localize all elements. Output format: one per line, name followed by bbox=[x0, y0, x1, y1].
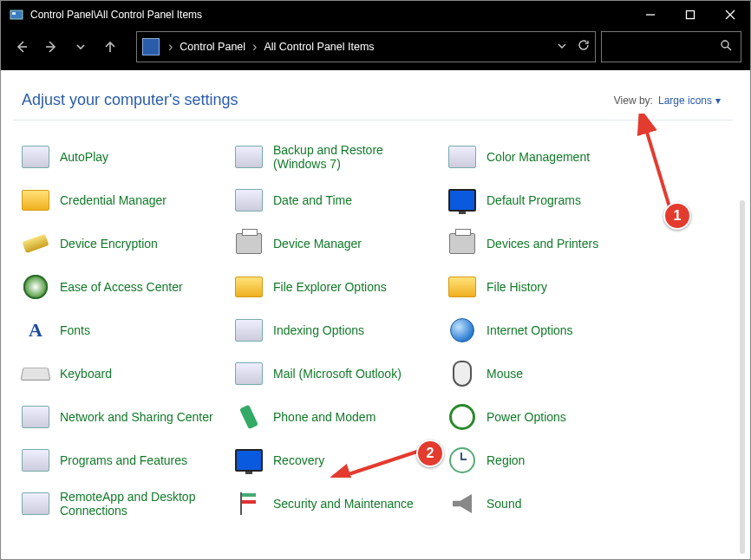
cpl-item-file-history[interactable]: File History bbox=[448, 273, 662, 301]
cpl-item-date-and-time[interactable]: Date and Time bbox=[235, 186, 448, 214]
cpl-item-ease-of-access-center[interactable]: Ease of Access Center bbox=[22, 273, 235, 301]
cpl-item-mouse[interactable]: Mouse bbox=[448, 360, 662, 387]
cpl-item-programs-and-features[interactable]: Programs and Features bbox=[22, 446, 235, 474]
cpl-item-internet-options[interactable]: Internet Options bbox=[448, 316, 662, 344]
cpl-item-file-explorer-options[interactable]: File Explorer Options bbox=[235, 273, 448, 301]
chevron-right-icon[interactable]: › bbox=[167, 39, 174, 55]
item-label: Ease of Access Center bbox=[60, 280, 183, 294]
cpl-item-color-management[interactable]: Color Management bbox=[448, 143, 662, 171]
fonts-icon: A bbox=[22, 316, 49, 344]
cpl-item-security-and-maintenance[interactable]: Security and Maintenance bbox=[235, 490, 448, 518]
cpl-item-recovery[interactable]: Recovery bbox=[235, 446, 448, 474]
indexing-options-icon bbox=[235, 316, 263, 344]
autoplay-icon bbox=[22, 143, 49, 171]
item-label: Internet Options bbox=[487, 323, 573, 337]
cpl-item-region[interactable]: Region bbox=[448, 446, 662, 474]
cpl-item-default-programs[interactable]: Default Programs bbox=[448, 186, 662, 214]
cpl-item-device-manager[interactable]: Device Manager bbox=[235, 230, 448, 257]
cpl-item-indexing-options[interactable]: Indexing Options bbox=[235, 316, 448, 344]
item-label: Device Manager bbox=[273, 237, 362, 251]
cpl-item-fonts[interactable]: AFonts bbox=[22, 316, 235, 344]
search-box[interactable] bbox=[601, 31, 741, 62]
content-area: Adjust your computer's settings View by:… bbox=[1, 70, 745, 559]
date-time-icon bbox=[235, 186, 263, 214]
item-label: File History bbox=[487, 280, 547, 294]
item-label: Security and Maintenance bbox=[273, 497, 414, 511]
ease-of-access-icon bbox=[22, 273, 49, 301]
item-label: Recovery bbox=[273, 453, 324, 467]
search-icon bbox=[720, 39, 732, 55]
cpl-item-remoteapp-and-desktop-connections[interactable]: RemoteApp and Desktop Connections bbox=[22, 490, 235, 518]
item-label: Fonts bbox=[60, 323, 90, 337]
item-label: Power Options bbox=[487, 410, 566, 424]
region-icon bbox=[448, 446, 476, 474]
address-dropdown-button[interactable] bbox=[557, 39, 567, 55]
titlebar: Control Panel\All Control Panel Items bbox=[1, 1, 750, 29]
cpl-item-mail-microsoft-outlook[interactable]: Mail (Microsoft Outlook) bbox=[235, 360, 448, 387]
item-label: Mouse bbox=[487, 367, 523, 381]
cpl-item-sound[interactable]: Sound bbox=[448, 490, 662, 518]
item-label: Device Encryption bbox=[60, 237, 158, 251]
page-title: Adjust your computer's settings bbox=[22, 91, 238, 109]
window-title: Control Panel\All Control Panel Items bbox=[30, 9, 202, 21]
cpl-item-network-and-sharing-center[interactable]: Network and Sharing Center bbox=[22, 403, 235, 431]
mouse-icon bbox=[448, 360, 476, 387]
file-explorer-options-icon bbox=[235, 273, 263, 301]
forward-button[interactable] bbox=[39, 32, 63, 62]
item-label: Date and Time bbox=[273, 193, 352, 207]
file-history-icon bbox=[448, 273, 476, 301]
recovery-icon bbox=[235, 446, 263, 474]
item-label: Sound bbox=[487, 497, 521, 511]
item-label: Keyboard bbox=[60, 367, 112, 381]
item-label: Credential Manager bbox=[60, 193, 167, 207]
view-by-dropdown[interactable]: Large icons ▾ bbox=[658, 94, 721, 107]
cpl-item-keyboard[interactable]: Keyboard bbox=[22, 360, 235, 387]
cpl-item-device-encryption[interactable]: Device Encryption bbox=[22, 230, 235, 257]
maximize-button[interactable] bbox=[670, 1, 710, 29]
breadcrumb-part-1[interactable]: Control Panel bbox=[174, 37, 251, 56]
cpl-item-phone-and-modem[interactable]: Phone and Modem bbox=[235, 403, 448, 431]
breadcrumb-part-2[interactable]: All Control Panel Items bbox=[258, 37, 379, 56]
item-label: Phone and Modem bbox=[273, 410, 376, 424]
network-sharing-icon bbox=[22, 403, 49, 431]
item-label: Mail (Microsoft Outlook) bbox=[273, 367, 402, 381]
keyboard-icon bbox=[22, 360, 49, 387]
svg-rect-1 bbox=[12, 12, 16, 15]
default-programs-icon bbox=[448, 186, 476, 214]
refresh-button[interactable] bbox=[578, 39, 590, 55]
sound-icon bbox=[448, 490, 476, 518]
chevron-right-icon[interactable]: › bbox=[251, 39, 258, 55]
devices-printers-icon bbox=[448, 230, 476, 257]
backup-restore-icon bbox=[235, 143, 263, 171]
cpl-item-backup-and-restore-windows-7[interactable]: Backup and Restore (Windows 7) bbox=[235, 143, 448, 171]
programs-features-icon bbox=[22, 446, 49, 474]
vertical-scrollbar[interactable] bbox=[740, 200, 745, 554]
internet-options-icon bbox=[448, 316, 476, 344]
security-maintenance-icon bbox=[235, 490, 263, 518]
device-manager-icon bbox=[235, 230, 263, 257]
nav-toolbar: › Control Panel › All Control Panel Item… bbox=[1, 29, 750, 70]
cpl-item-power-options[interactable]: Power Options bbox=[448, 403, 662, 431]
device-encryption-icon bbox=[22, 230, 49, 257]
address-icon bbox=[142, 38, 160, 55]
close-button[interactable] bbox=[710, 1, 750, 29]
minimize-button[interactable] bbox=[630, 1, 670, 29]
items-grid: AutoPlayBackup and Restore (Windows 7)Co… bbox=[1, 120, 745, 518]
item-label: Indexing Options bbox=[273, 323, 364, 337]
item-label: AutoPlay bbox=[60, 150, 108, 164]
cpl-item-devices-and-printers[interactable]: Devices and Printers bbox=[448, 230, 662, 257]
svg-rect-3 bbox=[687, 11, 695, 19]
remoteapp-icon bbox=[22, 490, 49, 518]
back-button[interactable] bbox=[10, 32, 34, 62]
cpl-item-autoplay[interactable]: AutoPlay bbox=[22, 143, 235, 171]
caret-down-icon: ▾ bbox=[715, 94, 721, 107]
item-label: Color Management bbox=[487, 150, 590, 164]
recent-locations-button[interactable] bbox=[69, 32, 93, 62]
address-bar[interactable]: › Control Panel › All Control Panel Item… bbox=[136, 31, 596, 62]
item-label: Region bbox=[487, 453, 525, 467]
credential-manager-icon bbox=[22, 186, 49, 214]
view-by-value: Large icons bbox=[658, 94, 712, 107]
cpl-item-credential-manager[interactable]: Credential Manager bbox=[22, 186, 235, 214]
svg-point-9 bbox=[722, 41, 728, 48]
up-button[interactable] bbox=[98, 32, 122, 62]
